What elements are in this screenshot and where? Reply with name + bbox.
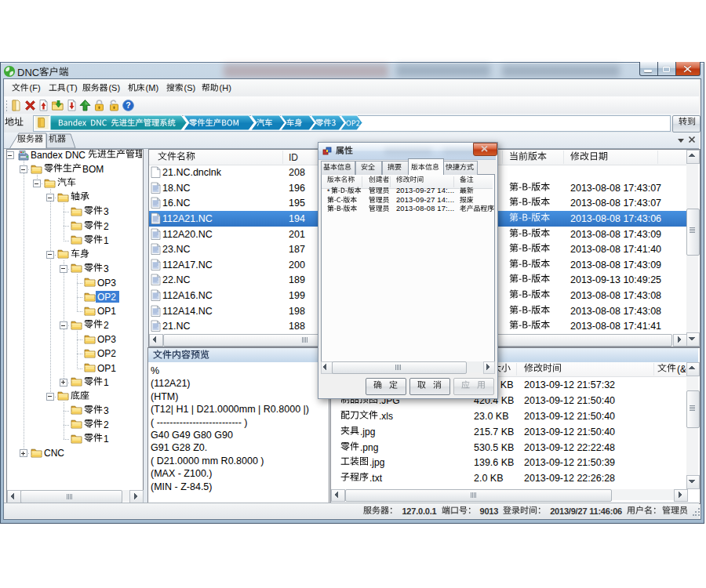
svg-text:?: ? [126,100,130,110]
